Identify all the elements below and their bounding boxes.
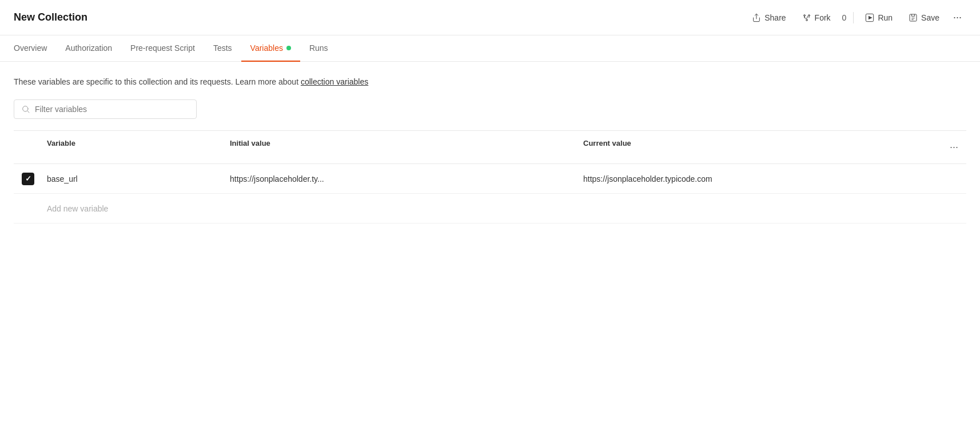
checkmark-icon: ✓ <box>25 174 31 183</box>
tab-variables[interactable]: Variables <box>241 35 300 62</box>
run-icon <box>865 13 874 22</box>
fork-icon <box>802 13 811 22</box>
header: New Collection Share Fork 0 Run <box>0 0 980 35</box>
col-checkbox <box>14 137 42 158</box>
row-current-value[interactable]: https://jsonplaceholder.typicode.com <box>579 169 932 189</box>
tabs-bar: Overview Authorization Pre-request Scrip… <box>0 35 980 62</box>
col-initial-value: Initial value <box>225 137 579 158</box>
collection-variables-link[interactable]: collection variables <box>301 77 368 86</box>
tab-overview[interactable]: Overview <box>14 35 56 62</box>
add-variable-row: Add new variable <box>14 194 966 224</box>
table-header: Variable Initial value Current value ··· <box>14 131 966 164</box>
svg-rect-5 <box>910 14 917 21</box>
more-options-button[interactable]: ··· <box>949 8 966 27</box>
add-row-checkbox-placeholder <box>14 203 42 214</box>
main-content: These variables are specific to this col… <box>0 62 980 224</box>
variables-table: Variable Initial value Current value ···… <box>14 130 966 224</box>
row-checkbox[interactable]: ✓ <box>22 173 34 185</box>
search-icon <box>21 105 30 114</box>
tab-pre-request-script[interactable]: Pre-request Script <box>121 35 204 62</box>
header-actions: Share Fork 0 Run Save ··· <box>745 8 966 27</box>
add-variable-label[interactable]: Add new variable <box>42 197 225 220</box>
row-checkbox-cell: ✓ <box>14 167 42 191</box>
row-variable-name[interactable]: base_url <box>42 169 225 189</box>
filter-input-container <box>14 99 197 119</box>
tab-tests[interactable]: Tests <box>204 35 241 62</box>
filter-input[interactable] <box>35 105 189 114</box>
run-button[interactable]: Run <box>858 10 899 26</box>
share-icon <box>752 13 761 22</box>
fork-count: 0 <box>840 13 849 22</box>
collection-title: New Collection <box>14 11 87 23</box>
tab-runs[interactable]: Runs <box>300 35 337 62</box>
col-actions: ··· <box>932 137 966 158</box>
table-more-options-button[interactable]: ··· <box>946 139 962 155</box>
col-variable: Variable <box>42 137 225 158</box>
save-icon <box>909 13 918 22</box>
filter-section <box>14 99 966 119</box>
fork-button[interactable]: Fork <box>795 10 838 26</box>
tab-authorization[interactable]: Authorization <box>56 35 121 62</box>
save-button[interactable]: Save <box>902 10 946 26</box>
row-actions-cell <box>932 173 966 185</box>
svg-point-6 <box>23 106 28 111</box>
svg-point-2 <box>806 19 807 21</box>
divider <box>853 12 854 23</box>
col-current-value: Current value <box>579 137 932 158</box>
table-row: ✓ base_url https://jsonplaceholder.ty...… <box>14 164 966 194</box>
variables-dot <box>286 46 291 50</box>
description-text: These variables are specific to this col… <box>14 75 966 88</box>
svg-marker-4 <box>869 15 873 19</box>
row-initial-value[interactable]: https://jsonplaceholder.ty... <box>225 169 579 189</box>
share-button[interactable]: Share <box>745 10 792 26</box>
